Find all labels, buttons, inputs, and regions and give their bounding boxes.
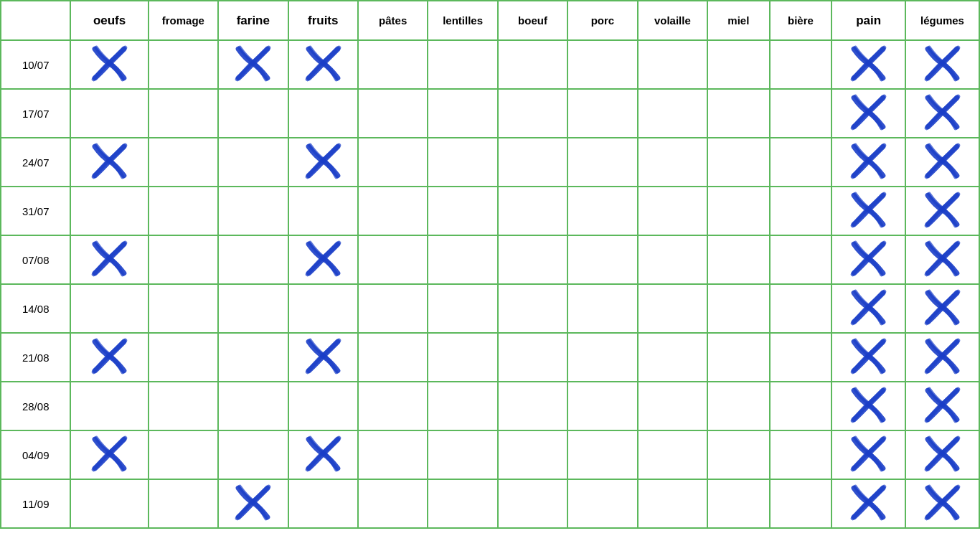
cell-volaille[interactable] <box>638 333 707 382</box>
cell-biere[interactable] <box>770 187 832 235</box>
cell-legumes[interactable] <box>905 333 979 382</box>
cell-farine[interactable] <box>218 89 288 138</box>
cell-porc[interactable] <box>567 479 637 528</box>
cell-boeuf[interactable] <box>498 333 567 382</box>
cell-pain[interactable] <box>831 89 905 138</box>
cell-pain[interactable] <box>831 40 905 89</box>
cell-legumes[interactable] <box>905 284 979 333</box>
cell-miel[interactable] <box>707 333 770 382</box>
cell-porc[interactable] <box>567 430 637 479</box>
cell-biere[interactable] <box>770 333 832 382</box>
cell-legumes[interactable] <box>905 382 979 430</box>
cell-biere[interactable] <box>770 479 832 528</box>
cell-oeufs[interactable] <box>70 40 148 89</box>
cell-legumes[interactable] <box>905 138 979 187</box>
cell-pates[interactable] <box>358 235 428 284</box>
cell-boeuf[interactable] <box>498 479 567 528</box>
cell-farine[interactable] <box>218 382 288 430</box>
cell-pates[interactable] <box>358 479 428 528</box>
cell-oeufs[interactable] <box>70 284 148 333</box>
cell-fromage[interactable] <box>149 40 218 89</box>
cell-miel[interactable] <box>707 284 770 333</box>
cell-fruits[interactable] <box>288 89 358 138</box>
cell-fromage[interactable] <box>149 235 218 284</box>
cell-pates[interactable] <box>358 333 428 382</box>
cell-farine[interactable] <box>218 138 288 187</box>
cell-miel[interactable] <box>707 479 770 528</box>
cell-pain[interactable] <box>831 333 905 382</box>
cell-biere[interactable] <box>770 284 832 333</box>
cell-lentilles[interactable] <box>428 235 497 284</box>
cell-lentilles[interactable] <box>428 284 497 333</box>
cell-farine[interactable] <box>218 235 288 284</box>
cell-pain[interactable] <box>831 187 905 235</box>
cell-fromage[interactable] <box>149 382 218 430</box>
cell-volaille[interactable] <box>638 89 707 138</box>
cell-legumes[interactable] <box>905 235 979 284</box>
cell-fruits[interactable] <box>288 284 358 333</box>
cell-volaille[interactable] <box>638 382 707 430</box>
cell-legumes[interactable] <box>905 187 979 235</box>
cell-biere[interactable] <box>770 382 832 430</box>
cell-miel[interactable] <box>707 138 770 187</box>
cell-porc[interactable] <box>567 138 637 187</box>
cell-miel[interactable] <box>707 40 770 89</box>
cell-lentilles[interactable] <box>428 382 497 430</box>
cell-porc[interactable] <box>567 235 637 284</box>
cell-biere[interactable] <box>770 235 832 284</box>
cell-farine[interactable] <box>218 479 288 528</box>
cell-biere[interactable] <box>770 40 832 89</box>
cell-farine[interactable] <box>218 40 288 89</box>
cell-pain[interactable] <box>831 430 905 479</box>
cell-farine[interactable] <box>218 187 288 235</box>
cell-porc[interactable] <box>567 40 637 89</box>
cell-fromage[interactable] <box>149 138 218 187</box>
cell-pates[interactable] <box>358 187 428 235</box>
cell-boeuf[interactable] <box>498 382 567 430</box>
cell-fruits[interactable] <box>288 382 358 430</box>
cell-boeuf[interactable] <box>498 235 567 284</box>
cell-lentilles[interactable] <box>428 430 497 479</box>
cell-lentilles[interactable] <box>428 187 497 235</box>
cell-biere[interactable] <box>770 89 832 138</box>
cell-lentilles[interactable] <box>428 333 497 382</box>
cell-lentilles[interactable] <box>428 138 497 187</box>
cell-miel[interactable] <box>707 89 770 138</box>
cell-porc[interactable] <box>567 382 637 430</box>
cell-boeuf[interactable] <box>498 284 567 333</box>
cell-pain[interactable] <box>831 382 905 430</box>
cell-farine[interactable] <box>218 284 288 333</box>
cell-legumes[interactable] <box>905 479 979 528</box>
cell-legumes[interactable] <box>905 40 979 89</box>
cell-volaille[interactable] <box>638 284 707 333</box>
cell-boeuf[interactable] <box>498 138 567 187</box>
cell-boeuf[interactable] <box>498 40 567 89</box>
cell-volaille[interactable] <box>638 138 707 187</box>
cell-pates[interactable] <box>358 138 428 187</box>
cell-farine[interactable] <box>218 333 288 382</box>
cell-miel[interactable] <box>707 235 770 284</box>
cell-boeuf[interactable] <box>498 430 567 479</box>
cell-pain[interactable] <box>831 284 905 333</box>
cell-oeufs[interactable] <box>70 235 148 284</box>
cell-boeuf[interactable] <box>498 187 567 235</box>
cell-oeufs[interactable] <box>70 430 148 479</box>
cell-fruits[interactable] <box>288 430 358 479</box>
cell-oeufs[interactable] <box>70 479 148 528</box>
cell-fruits[interactable] <box>288 333 358 382</box>
cell-porc[interactable] <box>567 187 637 235</box>
cell-volaille[interactable] <box>638 40 707 89</box>
cell-miel[interactable] <box>707 430 770 479</box>
cell-boeuf[interactable] <box>498 89 567 138</box>
cell-volaille[interactable] <box>638 479 707 528</box>
cell-lentilles[interactable] <box>428 89 497 138</box>
cell-fromage[interactable] <box>149 89 218 138</box>
cell-porc[interactable] <box>567 333 637 382</box>
cell-fruits[interactable] <box>288 479 358 528</box>
cell-pates[interactable] <box>358 284 428 333</box>
cell-miel[interactable] <box>707 187 770 235</box>
cell-fruits[interactable] <box>288 187 358 235</box>
cell-miel[interactable] <box>707 382 770 430</box>
cell-lentilles[interactable] <box>428 40 497 89</box>
cell-pain[interactable] <box>831 235 905 284</box>
